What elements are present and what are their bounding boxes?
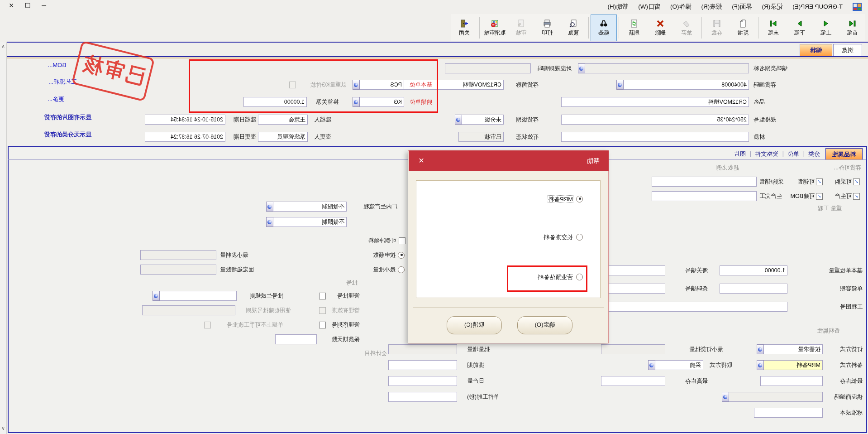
no-manual-batch-checkbox[interactable] bbox=[204, 322, 211, 328]
lookup-icon[interactable] bbox=[578, 63, 585, 73]
lookup-icon[interactable] bbox=[722, 392, 729, 402]
code-category-field[interactable] bbox=[582, 63, 749, 73]
inner-flow-field[interactable]: 不做限制 bbox=[270, 202, 347, 212]
unit-hours-field[interactable] bbox=[388, 392, 457, 402]
mrp-prepare-label[interactable]: MRP备料 bbox=[548, 196, 573, 203]
lookup-icon[interactable] bbox=[455, 115, 462, 125]
fixed-inc-field[interactable] bbox=[140, 265, 216, 275]
min-stock-field[interactable] bbox=[760, 376, 823, 386]
lookup-icon[interactable] bbox=[353, 80, 360, 90]
customs-field[interactable] bbox=[601, 265, 665, 275]
producible-checkbox[interactable]: ✓ bbox=[853, 193, 860, 200]
daily-output-field[interactable] bbox=[388, 376, 457, 386]
bom-allowed-checkbox[interactable]: ✓ bbox=[816, 193, 823, 200]
produce-done-field[interactable] bbox=[652, 191, 757, 201]
prev-record-button[interactable]: 上笔 bbox=[813, 14, 839, 41]
pay-by-weight-checkbox[interactable] bbox=[289, 82, 296, 88]
minimize-button[interactable]: ─ bbox=[39, 2, 49, 9]
lookup-icon[interactable] bbox=[266, 217, 273, 227]
scroll-up-arrow[interactable]: ∧ bbox=[0, 43, 6, 50]
cancel-button[interactable]: 取消(C) bbox=[447, 316, 502, 334]
discard-button[interactable]: 放弃 bbox=[673, 14, 700, 41]
audit-button[interactable]: 审核 bbox=[508, 14, 534, 41]
menu-report[interactable]: 报表(R) bbox=[701, 3, 722, 11]
next-record-button[interactable]: 下笔 bbox=[787, 14, 813, 41]
vertical-scrollbar[interactable] bbox=[0, 42, 7, 434]
last-record-button[interactable]: 末笔 bbox=[760, 14, 787, 41]
manage-expiry-checkbox[interactable] bbox=[319, 307, 326, 314]
tab-edit[interactable]: 编辑 bbox=[800, 44, 832, 56]
restore-button[interactable]: ❐ bbox=[23, 2, 33, 9]
lookup-icon[interactable] bbox=[757, 360, 764, 370]
material-field[interactable] bbox=[561, 132, 749, 142]
dialog-close-icon[interactable]: ✕ bbox=[415, 155, 428, 166]
supplier-code-field[interactable] bbox=[725, 392, 823, 402]
filter-button[interactable]: 筛选 bbox=[591, 14, 617, 41]
manage-batch-checkbox[interactable] bbox=[319, 293, 326, 299]
sellable-checkbox[interactable]: ✓ bbox=[816, 178, 823, 185]
refresh-button[interactable]: 刷新 bbox=[621, 14, 647, 41]
item-name-field[interactable]: CR12MOV槽料 bbox=[561, 97, 749, 107]
batch-inc-field[interactable] bbox=[388, 344, 457, 354]
min-batch-radio[interactable] bbox=[398, 266, 405, 273]
unit-weight-field[interactable]: 1.00000 bbox=[720, 265, 787, 275]
purchasable-checkbox[interactable]: ✓ bbox=[853, 178, 860, 185]
lookup-icon[interactable] bbox=[353, 97, 360, 107]
prepare-mode-field[interactable]: MRP备料 bbox=[760, 360, 823, 370]
sale-unit-field[interactable]: KG bbox=[356, 97, 404, 107]
lead-time-field[interactable] bbox=[388, 360, 457, 370]
bom-link[interactable]: BOM... bbox=[48, 62, 66, 68]
menu-record[interactable]: 记录(R) bbox=[762, 3, 782, 11]
preview-button[interactable]: 预览 bbox=[560, 14, 587, 41]
manage-serial-checkbox[interactable] bbox=[319, 322, 326, 328]
purchase-sale-field[interactable] bbox=[652, 177, 757, 187]
ok-button[interactable]: 确定(O) bbox=[517, 316, 572, 334]
spec-field[interactable]: 250*240*35 bbox=[561, 115, 749, 125]
delete-button[interactable]: 删除 bbox=[647, 14, 673, 41]
by-apply-radio[interactable] bbox=[398, 252, 405, 259]
item-level-field[interactable]: 未分级 bbox=[458, 115, 504, 125]
lookup-icon[interactable] bbox=[266, 202, 273, 212]
close-form-button[interactable]: 关闭 bbox=[451, 14, 477, 41]
more-link[interactable]: 更多... bbox=[48, 95, 64, 103]
long-lead-prepare-label[interactable]: 长交期备料 bbox=[544, 234, 573, 241]
min-order-field[interactable] bbox=[601, 344, 665, 354]
std-cost-field[interactable] bbox=[754, 408, 823, 418]
shelf-days-field[interactable] bbox=[275, 334, 317, 344]
lookup-icon[interactable] bbox=[757, 344, 764, 354]
lookup-icon[interactable] bbox=[153, 291, 160, 301]
backflush-checkbox[interactable] bbox=[399, 237, 405, 244]
menu-window[interactable]: 窗口(W) bbox=[638, 3, 660, 11]
barcode-field[interactable] bbox=[601, 284, 665, 294]
base-unit-field[interactable]: PCS bbox=[356, 80, 404, 90]
tab-image[interactable]: 图片 bbox=[734, 148, 746, 159]
new-button[interactable]: 新增 bbox=[730, 14, 756, 41]
rule-code-field[interactable] bbox=[445, 63, 531, 73]
menu-interface[interactable]: 界面(F) bbox=[732, 3, 752, 11]
lookup-icon[interactable] bbox=[616, 80, 624, 90]
mrp-prepare-radio[interactable] bbox=[576, 196, 583, 203]
show-unclassified-link[interactable]: 显示无分类的存货 bbox=[44, 130, 91, 139]
order-mode-field[interactable]: 按需求量 bbox=[760, 344, 823, 354]
menu-system[interactable]: T-GROUP ERP(E) bbox=[792, 3, 843, 10]
item-code-field[interactable]: 40040008 bbox=[620, 80, 749, 90]
use-create-rule-field[interactable] bbox=[142, 305, 235, 315]
show-with-image-link[interactable]: 显示有图片的存货 bbox=[44, 113, 91, 121]
long-lead-prepare-radio[interactable] bbox=[576, 234, 583, 241]
conversion-field[interactable]: 1.00000 bbox=[243, 97, 307, 107]
tab-item-properties[interactable]: 料品属性 bbox=[825, 148, 863, 160]
tab-unit[interactable]: 单位 bbox=[787, 148, 799, 159]
sales-forecast-prepare-label[interactable]: 营业预估备料 bbox=[538, 274, 573, 280]
batch-rule-field[interactable] bbox=[156, 291, 237, 301]
min-issue-field[interactable] bbox=[140, 250, 216, 260]
tab-classification[interactable]: 分类 bbox=[808, 148, 820, 159]
close-button[interactable]: ✕ bbox=[6, 2, 16, 9]
print-button[interactable]: 打印 bbox=[534, 14, 560, 41]
menu-operate[interactable]: 操作(O) bbox=[670, 3, 692, 11]
max-stock-field[interactable] bbox=[601, 376, 665, 386]
outer-flow-field[interactable]: 不做限制 bbox=[270, 217, 347, 227]
obtain-mode-field[interactable]: 采购 bbox=[652, 360, 703, 370]
box-volume-field[interactable] bbox=[720, 284, 787, 294]
help-dialog-titlebar[interactable]: 帮助 bbox=[409, 150, 609, 171]
cancel-audit-button[interactable]: 取消审核 bbox=[482, 14, 508, 41]
